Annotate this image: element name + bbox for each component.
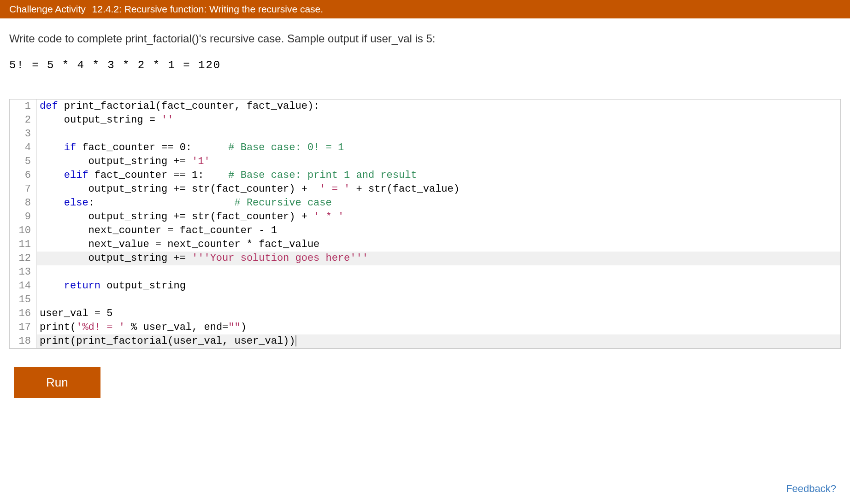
code-line-5: 5 output_string += '1'	[10, 155, 840, 169]
sample-output: 5! = 5 * 4 * 3 * 2 * 1 = 120	[0, 50, 850, 99]
code-line-13: 13	[10, 265, 840, 279]
code-line-12: 12 output_string += '''Your solution goe…	[10, 252, 840, 265]
code-line-2: 2 output_string = ''	[10, 113, 840, 127]
challenge-header: Challenge Activity 12.4.2: Recursive fun…	[0, 0, 850, 18]
code-line-4: 4 if fact_counter == 0: # Base case: 0! …	[10, 141, 840, 155]
line-number: 12	[10, 252, 36, 265]
code-line-8: 8 else: # Recursive case	[10, 196, 840, 210]
code-line-6: 6 elif fact_counter == 1: # Base case: p…	[10, 169, 840, 182]
code-line-10: 10 next_counter = fact_counter - 1	[10, 224, 840, 238]
line-number: 18	[10, 334, 36, 348]
line-number: 3	[10, 127, 36, 141]
cursor-icon	[295, 335, 296, 346]
line-number: 2	[10, 113, 36, 127]
line-number: 14	[10, 279, 36, 293]
run-button[interactable]: Run	[14, 367, 100, 398]
line-number: 17	[10, 321, 36, 334]
line-number: 6	[10, 169, 36, 182]
code-line-18: 18 print(print_factorial(user_val, user_…	[10, 334, 840, 348]
code-line-11: 11 next_value = next_counter * fact_valu…	[10, 238, 840, 252]
code-line-16: 16 user_val = 5	[10, 307, 840, 321]
code-line-1: 1 def print_factorial(fact_counter, fact…	[10, 100, 840, 113]
line-number: 8	[10, 196, 36, 210]
line-number: 9	[10, 210, 36, 224]
code-line-9: 9 output_string += str(fact_counter) + '…	[10, 210, 840, 224]
code-line-7: 7 output_string += str(fact_counter) + '…	[10, 182, 840, 196]
line-number: 11	[10, 238, 36, 252]
line-number: 1	[10, 100, 36, 113]
code-line-17: 17 print('%d! = ' % user_val, end="")	[10, 321, 840, 334]
line-number: 16	[10, 307, 36, 321]
line-number: 13	[10, 265, 36, 279]
line-number: 10	[10, 224, 36, 238]
line-number: 15	[10, 293, 36, 307]
line-number: 4	[10, 141, 36, 155]
line-number: 5	[10, 155, 36, 169]
code-editor[interactable]: 1 def print_factorial(fact_counter, fact…	[9, 99, 841, 349]
code-line-3: 3	[10, 127, 840, 141]
code-line-14: 14 return output_string	[10, 279, 840, 293]
header-title: 12.4.2: Recursive function: Writing the …	[92, 4, 324, 14]
line-number: 7	[10, 182, 36, 196]
header-label: Challenge Activity	[9, 4, 86, 14]
instructions-text: Write code to complete print_factorial()…	[0, 18, 850, 50]
code-line-15: 15	[10, 293, 840, 307]
